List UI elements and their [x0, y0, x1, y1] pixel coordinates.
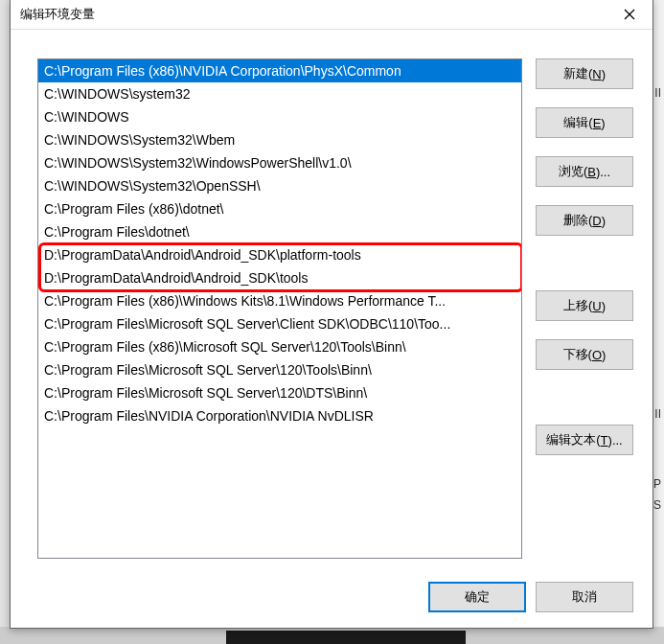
bg-hint-1: II: [654, 86, 661, 100]
bg-hint-2: II: [654, 407, 661, 421]
btn-label: 编辑文本(: [546, 431, 600, 448]
btn-suffix: ): [602, 67, 606, 81]
bg-hint-4: S: [653, 498, 661, 512]
list-item[interactable]: C:\Program Files\Microsoft SQL Server\Cl…: [38, 312, 521, 335]
btn-suffix: ): [601, 116, 605, 130]
btn-accel: T: [601, 433, 608, 448]
list-item[interactable]: C:\Program Files\NVIDIA Corporation\NVID…: [38, 404, 521, 427]
btn-accel: D: [592, 214, 601, 228]
list-item[interactable]: D:\ProgramData\Android\Android_SDK\tools: [38, 266, 521, 289]
list-item[interactable]: C:\WINDOWS\System32\WindowsPowerShell\v1…: [38, 151, 521, 174]
cancel-button[interactable]: 取消: [536, 582, 633, 612]
btn-accel: N: [592, 67, 601, 81]
btn-label: 浏览(: [559, 163, 587, 180]
btn-accel: U: [592, 299, 601, 313]
btn-suffix: ): [602, 348, 606, 362]
list-item[interactable]: C:\WINDOWS\System32\Wbem: [38, 128, 521, 151]
button-spacer: [536, 388, 633, 406]
list-item[interactable]: C:\Program Files (x86)\dotnet\: [38, 197, 521, 220]
btn-accel: O: [592, 348, 602, 362]
list-item[interactable]: C:\WINDOWS\System32\OpenSSH\: [38, 174, 521, 197]
list-item[interactable]: D:\ProgramData\Android\Android_SDK\platf…: [38, 243, 521, 266]
btn-suffix: )...: [596, 165, 610, 179]
sidebar-buttons: 新建(N) 编辑(E) 浏览(B)... 删除(D) 上移(U) 下移(O) 编…: [536, 58, 633, 618]
edittext-button[interactable]: 编辑文本(T)...: [536, 425, 633, 455]
dialog-content: C:\Program Files (x86)\NVIDIA Corporatio…: [11, 30, 653, 628]
list-item[interactable]: C:\WINDOWS: [38, 105, 521, 128]
button-spacer: [536, 254, 633, 272]
list-item[interactable]: C:\Program Files\dotnet\: [38, 220, 521, 243]
btn-label: 上移(: [563, 297, 592, 314]
path-listbox[interactable]: C:\Program Files (x86)\NVIDIA Corporatio…: [37, 58, 522, 559]
list-item[interactable]: C:\Program Files (x86)\Windows Kits\8.1\…: [38, 289, 521, 312]
list-item[interactable]: C:\WINDOWS\system32: [38, 82, 521, 105]
close-button[interactable]: [610, 1, 649, 28]
btn-accel: E: [593, 116, 602, 130]
list-item[interactable]: C:\Program Files\Microsoft SQL Server\12…: [38, 358, 521, 381]
bottom-buttons: 确定 取消: [428, 582, 633, 612]
new-button[interactable]: 新建(N): [536, 58, 633, 89]
list-item[interactable]: C:\Program Files (x86)\NVIDIA Corporatio…: [38, 59, 521, 82]
btn-suffix: )...: [608, 433, 623, 448]
moveup-button[interactable]: 上移(U): [536, 290, 633, 321]
bg-hint-3: P: [653, 477, 661, 491]
delete-button[interactable]: 删除(D): [536, 205, 633, 236]
background-dark-strip: [226, 631, 466, 644]
dialog-title: 编辑环境变量: [20, 6, 95, 23]
btn-label: 新建(: [563, 65, 592, 82]
close-icon: [624, 9, 635, 20]
list-item[interactable]: C:\Program Files (x86)\Microsoft SQL Ser…: [38, 335, 521, 358]
background-panel-right: II II P S: [653, 0, 664, 644]
btn-label: 删除(: [563, 212, 592, 229]
btn-suffix: ): [602, 214, 606, 228]
btn-accel: B: [587, 165, 596, 179]
env-var-dialog: 编辑环境变量 C:\Program Files (x86)\NVIDIA Cor…: [10, 0, 653, 629]
titlebar[interactable]: 编辑环境变量: [11, 0, 653, 30]
browse-button[interactable]: 浏览(B)...: [536, 156, 633, 187]
edit-button[interactable]: 编辑(E): [536, 107, 633, 138]
movedown-button[interactable]: 下移(O): [536, 339, 633, 370]
list-item[interactable]: C:\Program Files\Microsoft SQL Server\12…: [38, 381, 521, 404]
btn-label: 下移(: [563, 346, 592, 363]
ok-button[interactable]: 确定: [428, 582, 526, 612]
btn-suffix: ): [602, 299, 606, 313]
btn-label: 编辑(: [563, 114, 592, 131]
